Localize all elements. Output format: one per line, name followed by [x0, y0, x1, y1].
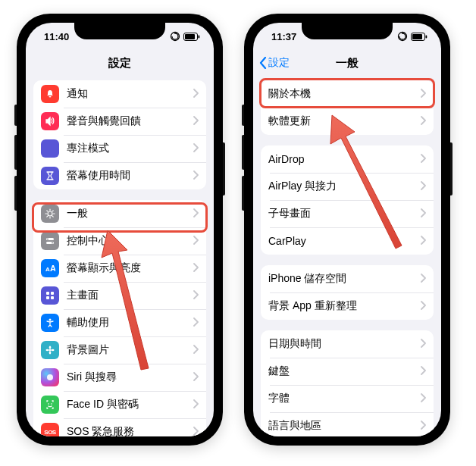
chevron-right-icon [193, 289, 199, 302]
settings-row[interactable]: 鍵盤 [261, 358, 434, 385]
svg-text:A: A [50, 264, 55, 273]
row-label: 軟體更新 [268, 114, 420, 128]
row-label: 一般 [67, 207, 193, 220]
settings-list[interactable]: 通知聲音與觸覺回饋專注模式螢幕使用時間一般控制中心AA螢幕顯示與亮度主畫面輔助使… [26, 80, 214, 436]
notch [74, 23, 165, 39]
chevron-right-icon [420, 88, 426, 100]
svg-point-6 [47, 239, 49, 240]
row-label: 關於本機 [268, 87, 420, 101]
settings-row[interactable]: 螢幕使用時間 [33, 162, 206, 189]
status-icons [397, 31, 427, 42]
grid-icon [41, 286, 59, 305]
chevron-right-icon [193, 115, 199, 127]
chevron-right-icon [420, 153, 426, 165]
settings-row[interactable]: 主畫面 [33, 282, 206, 309]
chevron-left-icon [259, 57, 267, 69]
svg-point-16 [49, 346, 52, 349]
settings-row[interactable]: 控制中心 [33, 227, 206, 255]
svg-point-22 [51, 403, 52, 405]
chevron-right-icon [420, 115, 426, 127]
svg-rect-11 [51, 292, 54, 295]
settings-row[interactable]: AirPlay 與接力 [261, 173, 434, 200]
row-label: AirDrop [268, 153, 420, 165]
row-label: 字體 [268, 392, 420, 405]
nav-bar: 設定 [26, 50, 214, 76]
orientation-lock-icon [397, 31, 408, 42]
row-label: 專注模式 [67, 142, 193, 155]
list-section: iPhone 儲存空間背景 App 重新整理 [261, 265, 434, 320]
battery-icon [183, 33, 200, 41]
chevron-right-icon [420, 338, 426, 350]
screen-right: 11:37 設定 一般 關於本機軟體更新AirDropAirPlay 與接力子母… [253, 23, 441, 436]
svg-point-15 [49, 349, 52, 352]
settings-row[interactable]: AirDrop [261, 145, 434, 173]
row-label: 聲音與觸覺回饋 [67, 114, 193, 128]
svg-point-17 [49, 352, 52, 355]
flower-icon [41, 341, 59, 359]
settings-row[interactable]: 聲音與觸覺回饋 [33, 108, 206, 135]
svg-point-18 [46, 349, 49, 352]
svg-point-20 [47, 374, 53, 380]
chevron-right-icon [420, 393, 426, 405]
svg-point-21 [48, 403, 49, 405]
settings-row[interactable]: 背景圖片 [33, 336, 206, 364]
chevron-right-icon [193, 426, 199, 436]
row-label: 鍵盤 [268, 364, 420, 378]
row-label: 背景圖片 [67, 343, 193, 357]
battery-icon [411, 33, 427, 41]
svg-rect-30 [412, 34, 422, 39]
accessibility-icon [41, 314, 59, 332]
list-section: 日期與時間鍵盤字體語言與地區辭典 [261, 330, 434, 436]
settings-row[interactable]: 子母畫面 [261, 200, 434, 227]
nav-bar: 設定 一般 [253, 50, 441, 76]
phone-right: 11:37 設定 一般 關於本機軟體更新AirDropAirPlay 與接力子母… [244, 14, 450, 446]
settings-row[interactable]: 關於本機 [261, 80, 434, 108]
screen-left: 11:40 設定 通知聲音與觸覺回饋專注模式螢幕使用時間一般控制中心AA螢幕顯示… [26, 23, 214, 436]
row-label: Face ID 與密碼 [67, 398, 193, 411]
settings-row[interactable]: 字體 [261, 385, 434, 412]
settings-row[interactable]: 專注模式 [33, 135, 206, 162]
page-title: 設定 [108, 56, 131, 70]
settings-row[interactable]: 日期與時間 [261, 330, 434, 358]
faceid-icon [41, 396, 59, 414]
row-label: 主畫面 [67, 289, 193, 302]
list-section: AirDropAirPlay 與接力子母畫面CarPlay [261, 145, 434, 255]
settings-row[interactable]: Siri 與搜尋 [33, 364, 206, 391]
status-time: 11:37 [271, 31, 296, 42]
settings-row[interactable]: iPhone 儲存空間 [261, 265, 434, 292]
settings-row[interactable]: 輔助使用 [33, 309, 206, 336]
back-label: 設定 [268, 56, 290, 70]
row-label: 輔助使用 [67, 316, 193, 330]
phone-left: 11:40 設定 通知聲音與觸覺回饋專注模式螢幕使用時間一般控制中心AA螢幕顯示… [17, 14, 223, 446]
settings-row[interactable]: 語言與地區 [261, 412, 434, 436]
settings-row[interactable]: 背景 App 重新整理 [261, 292, 434, 320]
orientation-lock-icon [170, 31, 180, 42]
back-button[interactable]: 設定 [259, 50, 290, 76]
chevron-right-icon [193, 88, 199, 100]
settings-row[interactable]: AA螢幕顯示與亮度 [33, 255, 206, 282]
status-icons [170, 31, 200, 42]
row-label: 螢幕顯示與亮度 [67, 261, 193, 275]
settings-row[interactable]: Face ID 與密碼 [33, 391, 206, 418]
row-label: 子母畫面 [268, 207, 420, 220]
settings-row[interactable]: 一般 [33, 200, 206, 227]
text-size-icon: AA [41, 259, 59, 277]
chevron-right-icon [193, 208, 199, 220]
chevron-right-icon [193, 262, 199, 274]
settings-row[interactable]: 軟體更新 [261, 108, 434, 135]
settings-row[interactable]: CarPlay [261, 227, 434, 255]
switch-icon [41, 232, 59, 250]
sos-icon: SOS [41, 423, 59, 436]
settings-row[interactable]: SOSSOS 緊急服務 [33, 418, 206, 436]
svg-point-14 [49, 319, 52, 321]
siri-icon [41, 368, 59, 386]
row-label: iPhone 儲存空間 [268, 272, 420, 286]
row-label: AirPlay 與接力 [268, 180, 420, 193]
settings-row[interactable]: 通知 [33, 80, 206, 108]
chevron-right-icon [420, 208, 426, 220]
hourglass-icon [41, 167, 59, 185]
status-time: 11:40 [44, 31, 69, 42]
general-list[interactable]: 關於本機軟體更新AirDropAirPlay 與接力子母畫面CarPlayiPh… [253, 80, 441, 436]
row-label: Siri 與搜尋 [67, 371, 193, 384]
svg-rect-2 [185, 34, 195, 39]
